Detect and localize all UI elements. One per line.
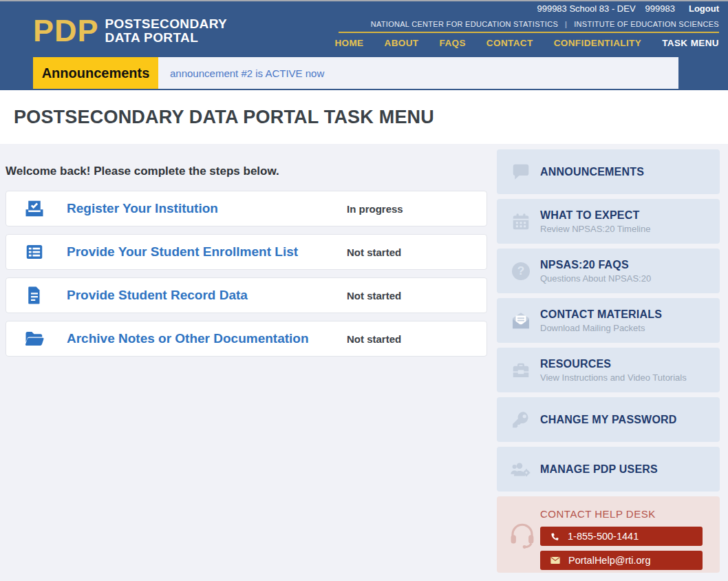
sidebar-item-subtitle: Questions About NPSAS:20 (540, 273, 651, 284)
envelope-icon (550, 555, 561, 566)
task-title: Archive Notes or Other Documentation (67, 331, 309, 346)
sidebar-item-label: CHANGE MY PASSWORD (540, 414, 677, 426)
table-list-icon (24, 242, 45, 262)
task-register-institution[interactable]: Register Your Institution In progress (6, 191, 487, 226)
content: Welcome back! Please complete the steps … (0, 144, 728, 573)
sidebar-item-announcements[interactable]: ANNOUNCEMENTS (497, 149, 720, 194)
file-lines-icon (24, 285, 45, 306)
calendar-icon (510, 211, 532, 233)
task-student-record-data[interactable]: Provide Student Record Data Not started (6, 277, 487, 313)
task-status: Not started (347, 333, 401, 345)
comment-icon (510, 161, 532, 183)
sidebar-item-label: WHAT TO EXPECT (540, 209, 650, 222)
announcement-message: announcement #2 is ACTIVE now (158, 57, 678, 89)
sidebar: ANNOUNCEMENTS WHAT TO EXPECT Review (497, 144, 720, 573)
sidebar-item-manage-users[interactable]: MANAGE PDP USERS (497, 447, 720, 492)
help-desk-email: PortalHelp@rti.org (568, 555, 650, 566)
agency-nces: NATIONAL CENTER FOR EDUCATION STATISTICS (371, 20, 558, 28)
nav-faqs[interactable]: FAQS (439, 38, 465, 48)
phone-icon (550, 531, 560, 542)
welcome-text: Welcome back! Please complete the steps … (6, 165, 487, 178)
task-title: Register Your Institution (67, 201, 218, 216)
help-desk-phone-button[interactable]: 1-855-500-1441 (540, 527, 703, 546)
sidebar-item-label: MANAGE PDP USERS (540, 463, 658, 476)
agency-ies: INSTITUTE OF EDUCATION SCIENCES (574, 20, 719, 28)
sidebar-item-contact-materials[interactable]: CONTACT MATERIALS Download Mailing Packe… (497, 298, 720, 343)
task-archive-notes[interactable]: Archive Notes or Other Documentation Not… (6, 321, 487, 357)
nav-about[interactable]: ABOUT (384, 38, 418, 48)
task-title: Provide Your Student Enrollment List (67, 244, 298, 260)
task-status: Not started (347, 290, 401, 302)
sidebar-item-faqs[interactable]: ? NPSAS:20 FAQS Questions About NPSAS:20 (497, 249, 720, 293)
agency-line: NATIONAL CENTER FOR EDUCATION STATISTICS… (371, 20, 719, 28)
agency-separator: | (565, 20, 567, 28)
toolbox-icon (510, 359, 532, 381)
help-desk-panel: CONTACT HELP DESK 1-855-500-1441 PortalH… (497, 496, 720, 573)
sidebar-item-resources[interactable]: RESOURCES View Instructions and Video Tu… (497, 348, 720, 392)
logout-link[interactable]: Logout (689, 3, 719, 14)
account-topbar: 999983 School 83 - DEV 999983 Logout (0, 1, 728, 16)
sidebar-item-subtitle: Download Mailing Packets (540, 323, 662, 333)
user-id: 999983 (645, 3, 675, 14)
sidebar-item-label: ANNOUNCEMENTS (540, 166, 644, 178)
nav-divider (339, 32, 719, 33)
sidebar-item-label: NPSAS:20 FAQS (540, 259, 651, 271)
task-title: Provide Student Record Data (67, 288, 248, 303)
task-enrollment-list[interactable]: Provide Your Student Enrollment List Not… (6, 234, 487, 270)
help-desk-email-button[interactable]: PortalHelp@rti.org (540, 551, 703, 570)
nav-confidentiality[interactable]: CONFIDENTIALITY (554, 38, 642, 48)
task-status: Not started (347, 246, 401, 258)
announcements-bar: Announcements announcement #2 is ACTIVE … (33, 57, 678, 89)
sidebar-item-what-to-expect[interactable]: WHAT TO EXPECT Review NPSAS:20 Timeline (497, 199, 720, 244)
pdp-logo-acronym: PDP (33, 17, 99, 45)
sidebar-item-label: CONTACT MATERIALS (540, 308, 662, 321)
headset-icon (508, 521, 537, 550)
folder-open-icon (24, 328, 45, 349)
title-band: POSTSECONDARY DATA PORTAL TASK MENU (0, 90, 728, 144)
task-list: Welcome back! Please complete the steps … (6, 144, 487, 364)
envelope-open-icon (510, 310, 532, 332)
sidebar-item-change-password[interactable]: CHANGE MY PASSWORD (497, 397, 720, 442)
site-header: 999983 School 83 - DEV 999983 Logout PDP… (0, 1, 728, 90)
brand-row: PDP POSTSECONDARY DATA PORTAL NATIONAL C… (0, 16, 728, 57)
school-name: 999983 School 83 - DEV (537, 3, 635, 14)
pdp-logo-text: POSTSECONDARY DATA PORTAL (105, 17, 228, 45)
question-circle-icon: ? (510, 260, 532, 282)
sidebar-item-label: RESOURCES (540, 358, 687, 370)
main-nav: HOME ABOUT FAQS CONTACT CONFIDENTIALITY … (334, 38, 719, 48)
task-status: In progress (347, 203, 403, 215)
pdp-logo[interactable]: PDP POSTSECONDARY DATA PORTAL (33, 17, 227, 45)
help-desk-phone: 1-855-500-1441 (568, 531, 639, 542)
page-title: POSTSECONDARY DATA PORTAL TASK MENU (14, 107, 434, 128)
header-right: NATIONAL CENTER FOR EDUCATION STATISTICS… (334, 20, 719, 48)
key-icon (510, 409, 532, 431)
sidebar-item-subtitle: View Instructions and Video Tutorials (540, 372, 687, 383)
nav-home[interactable]: HOME (334, 38, 363, 48)
users-gear-icon (510, 458, 532, 480)
announcements-bar-label[interactable]: Announcements (33, 57, 158, 89)
nav-contact[interactable]: CONTACT (486, 38, 533, 48)
nav-task-menu[interactable]: TASK MENU (662, 38, 719, 48)
sidebar-item-subtitle: Review NPSAS:20 Timeline (540, 224, 650, 234)
help-desk-title: CONTACT HELP DESK (540, 508, 703, 520)
ballot-check-icon (24, 198, 45, 219)
